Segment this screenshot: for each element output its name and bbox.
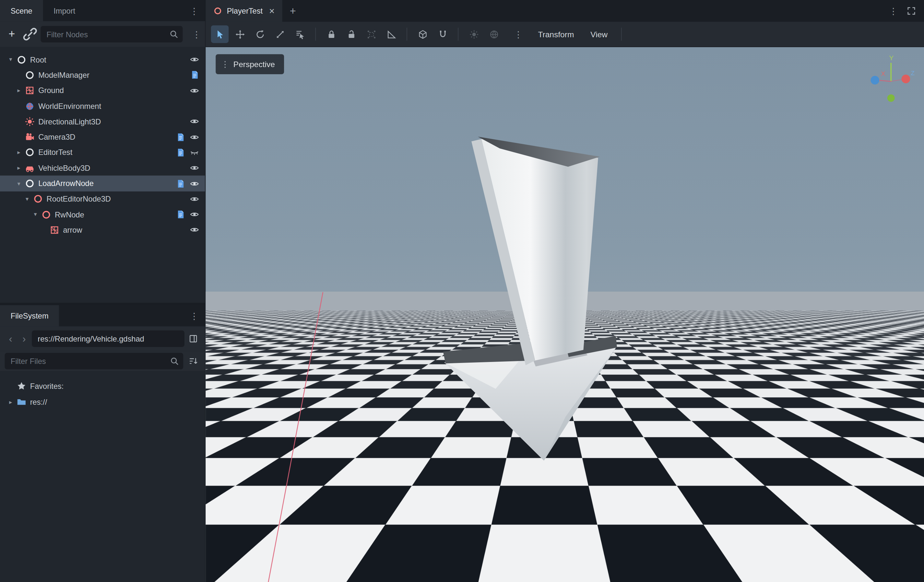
preview-sunlight-icon[interactable] bbox=[465, 25, 483, 43]
fullscreen-icon[interactable] bbox=[904, 4, 918, 18]
tab-filesystem[interactable]: FileSystem bbox=[0, 305, 59, 326]
group-node-icon[interactable] bbox=[363, 25, 380, 43]
expand-arrow[interactable]: ▸ bbox=[13, 87, 25, 93]
tree-row-modelmanager[interactable]: ModelManager bbox=[0, 68, 205, 83]
expand-arrow[interactable]: ▾ bbox=[21, 196, 33, 202]
directional-light-icon bbox=[25, 117, 35, 127]
close-tab-icon[interactable]: × bbox=[269, 6, 275, 16]
favorites-row[interactable]: Favorites: bbox=[0, 378, 205, 394]
tab-scene[interactable]: Scene bbox=[0, 0, 43, 21]
visibility-eye-icon[interactable] bbox=[190, 55, 199, 64]
perspective-button[interactable]: ⋮ Perspective bbox=[216, 54, 284, 74]
scene-toolbar: + ⋮ bbox=[0, 21, 205, 47]
visibility-eye-icon[interactable] bbox=[190, 86, 199, 95]
current-path-input[interactable] bbox=[32, 331, 185, 347]
visibility-eye-icon[interactable] bbox=[190, 209, 199, 219]
script-icon[interactable] bbox=[176, 179, 185, 188]
filter-nodes-input[interactable] bbox=[41, 26, 183, 43]
transform-menu[interactable]: Transform bbox=[531, 30, 581, 39]
mesh-instance-icon bbox=[50, 225, 59, 235]
sort-files-icon[interactable] bbox=[186, 354, 200, 368]
move-tool[interactable] bbox=[231, 25, 249, 43]
scene-tab-playertest[interactable]: PlayerTest × bbox=[206, 0, 282, 22]
tree-row-root[interactable]: ▾ Root bbox=[0, 52, 205, 68]
filesystem-nav: ‹ › bbox=[0, 326, 205, 351]
viewport-toolbar: ⋮ Transform View bbox=[206, 22, 924, 47]
scale-tool[interactable] bbox=[271, 25, 289, 43]
list-select-tool[interactable] bbox=[291, 25, 309, 43]
visibility-eye-icon[interactable] bbox=[190, 163, 199, 173]
snap-toggle[interactable] bbox=[434, 25, 452, 43]
rotate-tool[interactable] bbox=[251, 25, 269, 43]
node-icon bbox=[16, 54, 26, 64]
add-node-button[interactable]: + bbox=[4, 26, 20, 42]
perspective-menu-icon: ⋮ bbox=[221, 60, 229, 68]
axis-gizmo[interactable]: Y X Z bbox=[865, 53, 917, 105]
tree-row-vehiclebody3d[interactable]: ▸ VehicleBody3D bbox=[0, 160, 205, 176]
view-menu[interactable]: View bbox=[583, 30, 614, 39]
tree-row-arrow[interactable]: arrow bbox=[0, 222, 205, 238]
instantiate-scene-icon[interactable] bbox=[22, 26, 38, 42]
viewport-3d-view[interactable]: ⋮ Perspective Y X Z bbox=[206, 47, 924, 582]
filter-files-input[interactable] bbox=[5, 353, 183, 369]
expand-arrow[interactable]: ▸ bbox=[13, 150, 25, 155]
scene-tree-menu-icon[interactable]: ⋮ bbox=[186, 26, 201, 42]
script-icon[interactable] bbox=[176, 209, 185, 219]
gizmo-axis-ball-red bbox=[902, 74, 911, 83]
tab-import[interactable]: Import bbox=[43, 0, 86, 21]
script-icon[interactable] bbox=[176, 132, 185, 142]
favorites-star-icon bbox=[16, 381, 26, 391]
script-icon[interactable] bbox=[176, 148, 185, 157]
new-scene-tab-button[interactable]: + bbox=[282, 0, 304, 22]
visibility-eye-icon[interactable] bbox=[190, 195, 199, 204]
visibility-eye-icon[interactable] bbox=[190, 132, 199, 142]
expand-arrow[interactable]: ▾ bbox=[5, 57, 16, 63]
tree-row-editortest[interactable]: ▸ EditorTest bbox=[0, 145, 205, 160]
gizmo-y-label: Y bbox=[889, 54, 894, 61]
main-viewport: PlayerTest × + ⋮ bbox=[206, 0, 924, 582]
search-icon bbox=[169, 30, 179, 39]
node3d-icon bbox=[33, 194, 43, 204]
toggle-split-mode-icon[interactable] bbox=[186, 331, 200, 346]
view-options-menu-icon[interactable]: ⋮ bbox=[505, 25, 523, 43]
tree-row-rwnode[interactable]: ▾ RwNode bbox=[0, 207, 205, 222]
scene-tree: ▾ Root ModelManager ▸ Ground bbox=[0, 47, 205, 303]
viewport-ground bbox=[206, 47, 924, 582]
lock-node-icon[interactable] bbox=[322, 25, 340, 43]
node-icon bbox=[25, 147, 35, 158]
filesystem-dock: FileSystem ⋮ ‹ › bbox=[0, 305, 205, 582]
preview-environment-icon[interactable] bbox=[485, 25, 503, 43]
filter-nodes-wrap bbox=[41, 26, 183, 43]
history-forward-icon[interactable]: › bbox=[18, 334, 30, 344]
filesystem-menu-icon[interactable]: ⋮ bbox=[183, 312, 205, 320]
tree-row-loadarrownode[interactable]: ▾ LoadArrowNode bbox=[0, 176, 205, 191]
scene-tabs: PlayerTest × + ⋮ bbox=[206, 0, 924, 22]
ungroup-node-icon[interactable] bbox=[383, 25, 400, 43]
node-icon bbox=[25, 70, 35, 80]
visibility-hidden-eye-icon[interactable] bbox=[190, 148, 199, 157]
expand-arrow[interactable]: ▾ bbox=[30, 212, 41, 218]
script-icon[interactable] bbox=[190, 70, 199, 80]
gizmo-x-label: X bbox=[881, 70, 885, 77]
visibility-eye-icon[interactable] bbox=[190, 117, 199, 126]
local-space-toggle[interactable] bbox=[414, 25, 432, 43]
tree-row-camera3d[interactable]: Camera3D bbox=[0, 129, 205, 145]
expand-arrow[interactable]: ▸ bbox=[5, 399, 16, 405]
expand-arrow[interactable]: ▸ bbox=[13, 165, 25, 171]
camera3d-icon bbox=[25, 132, 35, 142]
visibility-eye-icon[interactable] bbox=[190, 225, 199, 235]
tree-row-directionallight3d[interactable]: DirectionalLight3D bbox=[0, 114, 205, 129]
res-root-row[interactable]: ▸ res:// bbox=[0, 394, 205, 410]
mesh-instance-icon bbox=[25, 86, 35, 96]
visibility-eye-icon[interactable] bbox=[190, 179, 199, 188]
tree-row-worldenvironment[interactable]: WorldEnvironment bbox=[0, 98, 205, 114]
select-tool[interactable] bbox=[211, 25, 229, 43]
node-icon bbox=[213, 7, 222, 15]
scene-dock-menu-icon[interactable]: ⋮ bbox=[183, 6, 205, 15]
unlock-node-icon[interactable] bbox=[342, 25, 360, 43]
tree-row-ground[interactable]: ▸ Ground bbox=[0, 83, 205, 99]
expand-arrow[interactable]: ▾ bbox=[13, 180, 25, 186]
history-back-icon[interactable]: ‹ bbox=[5, 334, 16, 344]
tree-row-rooteditornode3d[interactable]: ▾ RootEditorNode3D bbox=[0, 191, 205, 207]
scene-tabs-menu-icon[interactable]: ⋮ bbox=[886, 4, 901, 18]
